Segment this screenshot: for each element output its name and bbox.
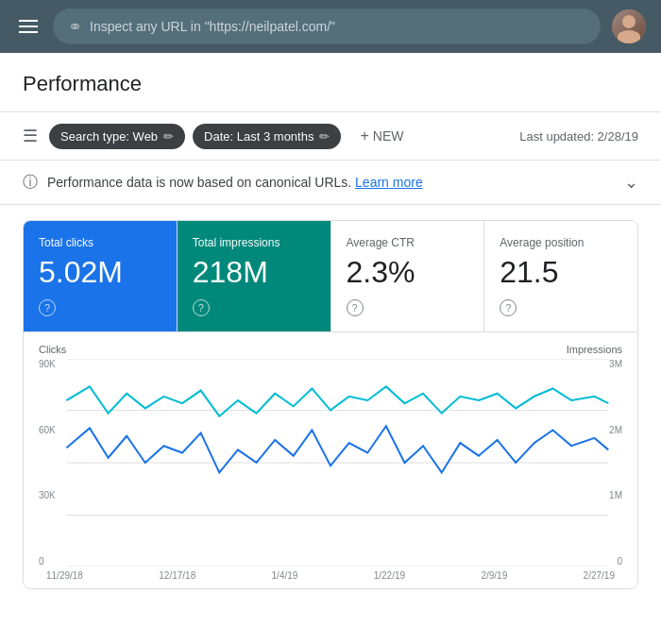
total-clicks-help-icon[interactable]: ? bbox=[39, 299, 56, 316]
average-position-help-icon[interactable]: ? bbox=[500, 299, 517, 316]
main-content: Performance ☰ Search type: Web ✏ Date: L… bbox=[0, 53, 661, 644]
search-input: Inspect any URL in "https://neilpatel.co… bbox=[90, 19, 335, 34]
search-type-label: Search type: Web bbox=[60, 129, 158, 144]
metrics-card: Total clicks 5.02M ? Total impressions 2… bbox=[23, 220, 638, 589]
page-title: Performance bbox=[23, 72, 638, 96]
average-ctr-help-icon[interactable]: ? bbox=[347, 299, 364, 316]
plus-icon: + bbox=[360, 127, 368, 144]
total-clicks-cell[interactable]: Total clicks 5.02M ? bbox=[24, 221, 178, 331]
metrics-row: Total clicks 5.02M ? Total impressions 2… bbox=[24, 221, 637, 332]
date-label: Date: Last 3 months bbox=[204, 129, 314, 144]
info-banner: ⓘ Performance data is now based on canon… bbox=[0, 161, 661, 205]
learn-more-link[interactable]: Learn more bbox=[355, 175, 423, 190]
search-icon: ⚭ bbox=[68, 16, 82, 37]
total-impressions-cell[interactable]: Total impressions 218M ? bbox=[178, 221, 331, 331]
chart-area: Clicks Impressions 90K 60K 30K 0 3M 2M 1… bbox=[24, 332, 637, 588]
search-bar[interactable]: ⚭ Inspect any URL in "https://neilpatel.… bbox=[53, 8, 601, 44]
chart-left-axis-label: Clicks bbox=[39, 344, 66, 355]
chart-axis-labels: Clicks Impressions bbox=[39, 344, 622, 355]
filter-icon[interactable]: ☰ bbox=[23, 126, 38, 146]
average-position-label: Average position bbox=[500, 236, 622, 249]
total-clicks-label: Total clicks bbox=[39, 236, 161, 249]
chart-x-labels: 11/29/18 12/17/18 1/4/19 1/22/19 2/9/19 … bbox=[39, 570, 622, 581]
expand-icon[interactable]: ⌄ bbox=[624, 172, 638, 193]
edit-date-icon: ✏ bbox=[319, 129, 330, 144]
average-ctr-cell[interactable]: Average CTR 2.3% ? bbox=[331, 221, 485, 331]
avatar-image bbox=[612, 9, 646, 43]
total-impressions-value: 218M bbox=[193, 257, 315, 287]
search-type-chip[interactable]: Search type: Web ✏ bbox=[49, 124, 185, 149]
average-ctr-value: 2.3% bbox=[347, 257, 469, 287]
new-button[interactable]: + NEW bbox=[352, 122, 411, 150]
total-clicks-value: 5.02M bbox=[39, 257, 161, 287]
topbar: ⚭ Inspect any URL in "https://neilpatel.… bbox=[0, 0, 661, 53]
avatar[interactable] bbox=[612, 9, 646, 43]
average-position-cell[interactable]: Average position 21.5 ? bbox=[484, 221, 637, 331]
last-updated: Last updated: 2/28/19 bbox=[519, 129, 638, 144]
average-ctr-label: Average CTR bbox=[347, 236, 469, 249]
total-impressions-label: Total impressions bbox=[193, 236, 315, 249]
edit-search-type-icon: ✏ bbox=[163, 129, 174, 144]
chart-right-axis-label: Impressions bbox=[567, 344, 622, 355]
chart-container: 90K 60K 30K 0 3M 2M 1M 0 bbox=[39, 359, 622, 567]
menu-icon[interactable] bbox=[15, 16, 42, 37]
toolbar: ☰ Search type: Web ✏ Date: Last 3 months… bbox=[0, 112, 661, 161]
total-impressions-help-icon[interactable]: ? bbox=[193, 299, 210, 316]
average-position-value: 21.5 bbox=[500, 257, 622, 287]
chart-svg bbox=[39, 359, 622, 567]
new-label: NEW bbox=[373, 128, 404, 144]
page-title-bar: Performance bbox=[0, 53, 661, 112]
date-chip[interactable]: Date: Last 3 months ✏ bbox=[193, 124, 341, 149]
info-icon: ⓘ bbox=[23, 173, 38, 193]
info-message: Performance data is now based on canonic… bbox=[47, 175, 615, 190]
